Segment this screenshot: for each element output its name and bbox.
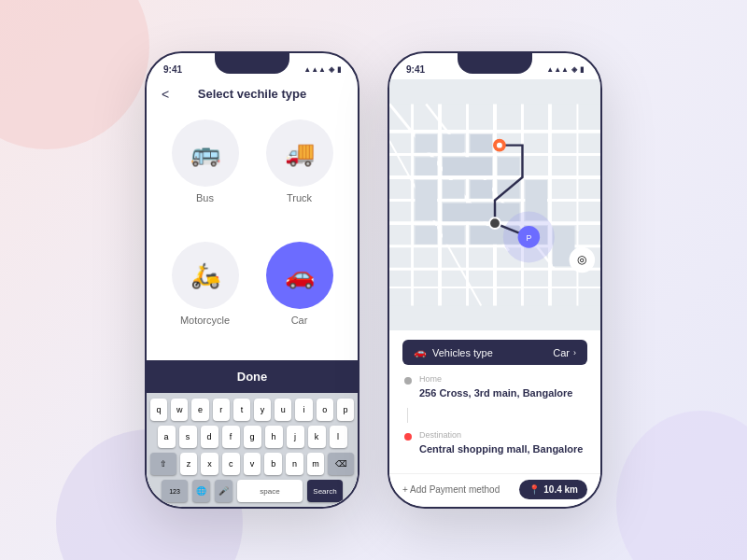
key-b[interactable]: b [264, 453, 282, 475]
route-divider [407, 408, 408, 423]
svg-text:P: P [526, 233, 531, 243]
key-123[interactable]: 123 [162, 480, 188, 502]
key-row-3: ⇧ z x c v b n m ⌫ [150, 453, 354, 475]
home-info: Home 256 Cross, 3rd main, Bangalore [419, 374, 572, 400]
svg-rect-31 [416, 226, 438, 245]
key-globe[interactable]: 🌐 [192, 480, 210, 502]
page-title: Select vechile type [198, 87, 306, 101]
status-time: 9:41 [163, 64, 182, 75]
key-u[interactable]: u [275, 399, 291, 421]
key-x[interactable]: x [201, 453, 218, 475]
key-f[interactable]: f [222, 426, 240, 448]
key-n[interactable]: n [286, 453, 303, 475]
key-d[interactable]: d [201, 426, 218, 448]
vehicles-type-row[interactable]: 🚗 Vehicles type Car › [402, 340, 587, 365]
wifi-icon-2: ◈ [571, 65, 577, 74]
signal-icon-2: ▲▲▲ [546, 65, 569, 74]
home-label: Home [419, 374, 572, 384]
map-area[interactable]: P ◎ [389, 79, 600, 330]
svg-rect-27 [470, 180, 492, 199]
key-y[interactable]: y [254, 399, 271, 421]
svg-point-38 [497, 143, 502, 148]
dest-label: Destination [419, 430, 583, 440]
key-s[interactable]: s [179, 426, 197, 448]
route-stop-dest: Destination Central shopping mall, Banga… [404, 430, 585, 456]
svg-rect-21 [470, 134, 492, 153]
bus-circle: 🚌 [172, 119, 239, 187]
status-icons-2: ▲▲▲ ◈ ▮ [546, 65, 584, 74]
notch [215, 53, 289, 74]
distance-badge: 📍 10.4 km [519, 480, 587, 499]
truck-label: Truck [287, 192, 312, 203]
key-q[interactable]: q [150, 399, 167, 421]
vehicles-type-label: Vehicles type [432, 347, 493, 358]
key-l[interactable]: l [330, 426, 347, 448]
key-r[interactable]: r [213, 399, 230, 421]
bottom-actions: + Add Payment method 📍 10.4 km [389, 473, 600, 507]
key-search[interactable]: Search [307, 480, 343, 502]
phone2-inner: 9:41 ▲▲▲ ◈ ▮ [389, 53, 600, 507]
key-c[interactable]: c [222, 453, 240, 475]
key-shift[interactable]: ⇧ [150, 453, 176, 475]
key-a[interactable]: a [158, 426, 176, 448]
key-row-2: a s d f g h j k l [150, 426, 354, 448]
key-v[interactable]: v [244, 453, 261, 475]
vehicle-grid: 🚌 Bus 🚚 Truck 🛵 Motorcycle 🚗 Car [147, 108, 358, 360]
svg-rect-30 [443, 203, 520, 222]
motorcycle-circle: 🛵 [172, 242, 239, 309]
phones-container: 9:41 ▲▲▲ ◈ ▮ < Select vechile type 🚌 Bus [0, 0, 747, 560]
vehicles-type-left: 🚗 Vehicles type [414, 346, 493, 358]
bus-label: Bus [196, 192, 214, 203]
key-row-1: q w e r t y u i o p [150, 399, 354, 421]
notch-2 [458, 53, 532, 74]
key-j[interactable]: j [287, 426, 304, 448]
svg-rect-25 [416, 180, 438, 220]
done-button[interactable]: Done [147, 360, 358, 393]
keyboard: q w e r t y u i o p a s d [147, 393, 358, 507]
vehicles-type-right: Car › [553, 347, 576, 358]
dest-info: Destination Central shopping mall, Banga… [419, 430, 583, 456]
battery-icon: ▮ [337, 65, 341, 74]
svg-rect-24 [498, 157, 520, 175]
home-dot [404, 377, 412, 385]
key-k[interactable]: k [308, 426, 326, 448]
key-i[interactable]: i [295, 399, 312, 421]
route-stop-home: Home 256 Cross, 3rd main, Bangalore [404, 374, 585, 400]
key-m[interactable]: m [307, 453, 325, 475]
key-mic[interactable]: 🎤 [215, 480, 233, 502]
phone-inner: 9:41 ▲▲▲ ◈ ▮ < Select vechile type 🚌 Bus [147, 53, 358, 507]
phone2-content: P ◎ 🚗 Vehicles type [389, 79, 600, 507]
vehicles-type-value: Car [553, 347, 570, 358]
car-label: Car [291, 315, 308, 326]
key-e[interactable]: e [191, 399, 208, 421]
key-w[interactable]: w [171, 399, 188, 421]
status-time-2: 9:41 [406, 64, 425, 75]
add-payment-button[interactable]: + Add Payment method [402, 484, 500, 495]
motorcycle-label: Motorcycle [180, 315, 230, 326]
key-h[interactable]: h [265, 426, 283, 448]
key-delete[interactable]: ⌫ [328, 453, 354, 475]
back-button[interactable]: < [162, 87, 169, 102]
phone-vehicle-selection: 9:41 ▲▲▲ ◈ ▮ < Select vechile type 🚌 Bus [145, 51, 359, 509]
status-icons: ▲▲▲ ◈ ▮ [303, 65, 341, 74]
vehicle-selection-header: < Select vechile type [147, 79, 358, 108]
svg-text:◎: ◎ [577, 253, 586, 265]
svg-rect-22 [416, 157, 438, 175]
key-space[interactable]: space [237, 480, 303, 502]
key-p[interactable]: p [337, 399, 354, 421]
signal-icon: ▲▲▲ [303, 65, 326, 74]
vehicle-item-car[interactable]: 🚗 Car [260, 242, 339, 349]
vehicle-item-motorcycle[interactable]: 🛵 Motorcycle [165, 242, 245, 349]
phone-map: 9:41 ▲▲▲ ◈ ▮ [388, 51, 602, 509]
wifi-icon: ◈ [329, 65, 334, 74]
key-o[interactable]: o [317, 399, 333, 421]
route-panel: 🚗 Vehicles type Car › Home [389, 330, 600, 473]
route-info: Home 256 Cross, 3rd main, Bangalore Dest… [402, 374, 587, 456]
key-g[interactable]: g [244, 426, 261, 448]
key-z[interactable]: z [180, 453, 198, 475]
truck-circle: 🚚 [266, 119, 333, 187]
vehicle-item-bus[interactable]: 🚌 Bus [165, 119, 245, 227]
key-t[interactable]: t [233, 399, 250, 421]
vehicle-item-truck[interactable]: 🚚 Truck [260, 119, 339, 227]
car-circle: 🚗 [266, 242, 333, 309]
